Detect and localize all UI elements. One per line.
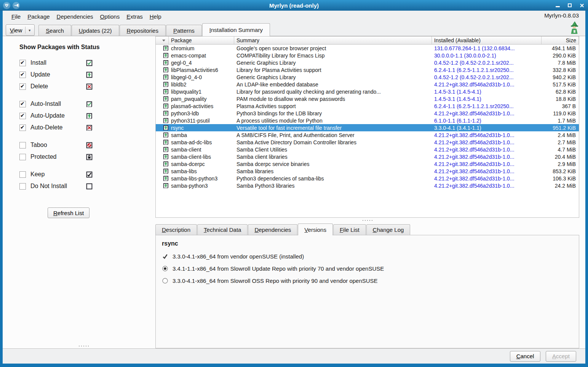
window-menu-icon[interactable]	[3, 2, 10, 9]
package-installed-available: 0.4.52-1.2 (0.4.52-2.0.2.1.sr202...	[432, 60, 542, 66]
pin-icon[interactable]	[13, 2, 20, 9]
table-row-pam-pwquality[interactable]: pam_pwquality PAM module to disallow wea…	[156, 95, 579, 102]
filter-row-auto-delete[interactable]: Auto-Delete	[19, 124, 93, 131]
filter-row-auto-install[interactable]: Auto-Install	[19, 100, 93, 108]
radio-on-icon[interactable]	[162, 265, 168, 272]
auto-update-icon	[163, 74, 169, 80]
auto-update-icon	[163, 183, 169, 188]
table-row-samba-client-libs[interactable]: samba-client-libs Samba client libraries…	[156, 153, 579, 160]
table-row-chromium[interactable]: chromium Google's open source browser pr…	[156, 45, 579, 52]
package-summary: Versatile tool for fast incremental file…	[234, 125, 432, 131]
table-row-samba-libs[interactable]: samba-libs Samba libraries 4.21.2+git.38…	[156, 168, 579, 175]
package-installed-available: 4.21.2+git.382.df546a2d31b-1.0...	[432, 168, 542, 174]
tab-installation-summary[interactable]: Installation Summary	[202, 23, 270, 36]
auto-update-icon	[163, 161, 169, 167]
table-row-samba-python3[interactable]: samba-python3 Samba Python3 libraries 4.…	[156, 182, 579, 189]
table-row-samba-dcerpc[interactable]: samba-dcerpc Samba dcerpc service binari…	[156, 160, 579, 168]
table-row-libpwquality1[interactable]: libpwquality1 Library for password quali…	[156, 88, 579, 95]
checkbox[interactable]	[19, 124, 26, 131]
table-row-plasma6-activities[interactable]: plasma6-activities Plasma Activities sup…	[156, 102, 579, 110]
filter-row-protected[interactable]: Protected	[19, 153, 93, 161]
detail-tab-change-log[interactable]: Change Log	[366, 224, 411, 235]
splitter-handle[interactable]	[77, 345, 90, 347]
package-installed-available: 6.1.0-1.1 (6.1.1-1.2)	[432, 118, 542, 124]
auto-update-icon	[163, 147, 169, 152]
filter-row-keep[interactable]: Keep	[19, 171, 93, 178]
filter-row-do-not-install[interactable]: Do Not Install	[19, 182, 93, 190]
checkbox[interactable]	[19, 72, 26, 78]
sort-column-header[interactable]	[156, 37, 169, 44]
auto-update-icon	[163, 96, 169, 102]
column-header-summary[interactable]: Summary	[234, 37, 432, 44]
menu-package[interactable]: Package	[24, 12, 53, 21]
splitter-handle[interactable]	[361, 220, 374, 221]
tab-updates-22[interactable]: Updates (22)	[72, 25, 119, 36]
menu-options[interactable]: Options	[97, 12, 123, 21]
version-options: 3.3.0-4.1-x86_64 from vendor openSUSE (i…	[162, 253, 573, 284]
installed-check-icon[interactable]	[162, 253, 168, 260]
filter-row-update[interactable]: Update	[19, 71, 93, 78]
version-option[interactable]: 3.3.0-4.1-x86_64 from vendor openSUSE (i…	[162, 253, 573, 260]
checkbox[interactable]	[19, 60, 26, 66]
titlebar: Myrlyn (read-only) ✕	[0, 0, 588, 11]
minimize-button[interactable]	[554, 2, 561, 8]
window-title: Myrlyn (read-only)	[0, 2, 588, 9]
table-row-python311-psutil[interactable]: python311-psutil A process utilities mod…	[156, 117, 579, 124]
checkbox[interactable]	[19, 113, 26, 119]
package-summary: COMPATibility Library for Emacs Lisp	[234, 53, 432, 59]
package-name: libgegl-0_4-0	[169, 74, 234, 80]
auto-update-icon	[86, 113, 93, 119]
close-button[interactable]: ✕	[579, 2, 585, 8]
table-row-libldb2[interactable]: libldb2 An LDAP-like embedded database 4…	[156, 81, 579, 88]
menu-file[interactable]: File	[8, 12, 24, 21]
checkbox[interactable]	[19, 101, 26, 107]
checkbox[interactable]	[19, 183, 26, 190]
refresh-list-button[interactable]: Refresh List	[48, 207, 89, 218]
detail-tab-technical-data[interactable]: Technical Data	[197, 224, 248, 235]
checkbox[interactable]	[19, 83, 26, 90]
detail-tab-description[interactable]: Description	[155, 224, 197, 235]
view-menu-button[interactable]: View ▾	[6, 24, 35, 36]
version-option[interactable]: 3.3.0-4.1-x86_64 from Slowroll OSS Repo …	[162, 278, 573, 284]
table-row-samba-ad-dc-libs[interactable]: samba-ad-dc-libs Samba Active Directory …	[156, 139, 579, 146]
checkbox[interactable]	[19, 171, 26, 178]
table-row-rsync[interactable]: rsync Versatile tool for fast incrementa…	[156, 124, 579, 131]
detail-tab-dependencies[interactable]: Dependencies	[248, 224, 297, 235]
column-header-package[interactable]: Package	[169, 37, 234, 44]
filter-row-install[interactable]: Install	[19, 59, 93, 67]
checkbox[interactable]	[19, 154, 26, 160]
radio-off-icon[interactable]	[162, 278, 168, 284]
table-row-samba[interactable]: samba A SMB/CIFS File, Print, and Authen…	[156, 131, 579, 139]
table-row-samba-libs-python3[interactable]: samba-libs-python3 Python3 dependencies …	[156, 175, 579, 182]
maximize-button[interactable]	[567, 2, 573, 8]
version-option[interactable]: 3.4.1-1.1-x86_64 from Slowroll Update Re…	[162, 265, 573, 272]
package-name: python311-psutil	[169, 118, 234, 124]
horizontal-splitter[interactable]	[155, 218, 579, 223]
table-row-python3-ldb[interactable]: python3-ldb Python3 bindings for the LDB…	[156, 110, 579, 117]
table-row-emacs-compat[interactable]: emacs-compat COMPATibility Library for E…	[156, 52, 579, 59]
table-row-samba-client[interactable]: samba-client Samba Client Utilities 4.21…	[156, 146, 579, 153]
package-name: samba-python3	[169, 183, 234, 189]
menu-dependencies[interactable]: Dependencies	[53, 12, 97, 21]
table-row-gegl-0-4[interactable]: gegl-0_4 Generic Graphics Library 0.4.52…	[156, 59, 579, 66]
button-accept[interactable]: Accept	[546, 351, 576, 362]
menu-extras[interactable]: Extras	[123, 12, 146, 21]
tab-repositories[interactable]: Repositories	[120, 25, 166, 36]
tab-search[interactable]: Search	[38, 25, 71, 36]
column-header-size[interactable]: Size	[542, 37, 579, 44]
detail-tab-file-list[interactable]: File List	[333, 224, 366, 235]
column-header-installed[interactable]: Installed (Available)	[432, 37, 542, 44]
auto-update-icon	[163, 168, 169, 174]
filter-row-auto-update[interactable]: Auto-Update	[19, 112, 93, 120]
table-row-libgegl-0-4-0[interactable]: libgegl-0_4-0 Generic Graphics Library 0…	[156, 73, 579, 81]
package-size: 940.2 KiB	[542, 74, 579, 80]
detail-tab-versions[interactable]: Versions	[298, 223, 333, 235]
checkbox[interactable]	[19, 142, 26, 148]
auto-update-icon	[163, 118, 169, 123]
filter-row-taboo[interactable]: Taboo	[19, 141, 93, 149]
button-cancel[interactable]: Cancel	[510, 351, 540, 362]
filter-row-delete[interactable]: Delete	[19, 83, 93, 90]
table-row-libplasmaactivities6[interactable]: libPlasmaActivities6 Library for Plasma …	[156, 66, 579, 73]
tab-patterns[interactable]: Patterns	[166, 25, 202, 36]
menu-help[interactable]: Help	[146, 12, 165, 21]
